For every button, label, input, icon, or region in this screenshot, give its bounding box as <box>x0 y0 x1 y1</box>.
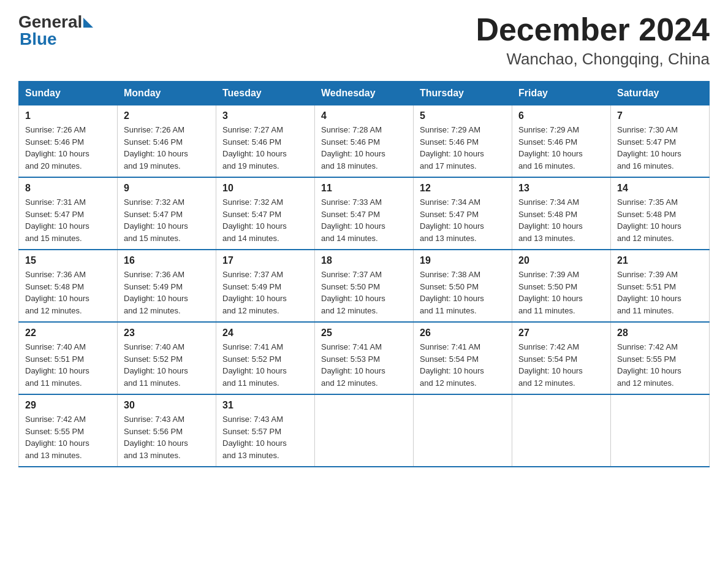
calendar-cell <box>611 394 710 467</box>
day-info: Sunrise: 7:42 AMSunset: 5:55 PMDaylight:… <box>617 341 703 389</box>
day-info: Sunrise: 7:37 AMSunset: 5:50 PMDaylight:… <box>321 269 407 316</box>
calendar-cell <box>315 394 414 467</box>
day-info: Sunrise: 7:40 AMSunset: 5:51 PMDaylight:… <box>25 341 111 389</box>
day-info: Sunrise: 7:29 AMSunset: 5:46 PMDaylight:… <box>420 124 506 172</box>
calendar-cell: 3Sunrise: 7:27 AMSunset: 5:46 PMDaylight… <box>216 105 315 178</box>
day-number: 2 <box>124 110 210 121</box>
day-number: 26 <box>420 327 506 339</box>
day-info: Sunrise: 7:38 AMSunset: 5:50 PMDaylight:… <box>420 269 506 316</box>
day-number: 17 <box>222 255 308 266</box>
calendar-cell: 13Sunrise: 7:34 AMSunset: 5:48 PMDayligh… <box>512 177 611 250</box>
day-number: 24 <box>222 327 308 339</box>
day-info: Sunrise: 7:41 AMSunset: 5:52 PMDaylight:… <box>222 341 308 389</box>
day-number: 19 <box>420 255 506 266</box>
header-thursday: Thursday <box>414 82 512 105</box>
day-number: 27 <box>518 327 604 339</box>
day-number: 12 <box>420 183 506 194</box>
day-info: Sunrise: 7:31 AMSunset: 5:47 PMDaylight:… <box>25 196 111 244</box>
day-info: Sunrise: 7:26 AMSunset: 5:46 PMDaylight:… <box>25 124 111 172</box>
calendar-table: SundayMondayTuesdayWednesdayThursdayFrid… <box>18 81 710 467</box>
week-row-3: 15Sunrise: 7:36 AMSunset: 5:48 PMDayligh… <box>19 250 710 322</box>
page-title: December 2024 <box>476 12 710 47</box>
day-number: 6 <box>518 110 604 121</box>
day-info: Sunrise: 7:35 AMSunset: 5:48 PMDaylight:… <box>617 196 703 244</box>
calendar-cell: 29Sunrise: 7:42 AMSunset: 5:55 PMDayligh… <box>19 394 118 467</box>
calendar-cell: 16Sunrise: 7:36 AMSunset: 5:49 PMDayligh… <box>118 250 216 322</box>
day-info: Sunrise: 7:33 AMSunset: 5:47 PMDaylight:… <box>321 196 407 244</box>
calendar-cell: 15Sunrise: 7:36 AMSunset: 5:48 PMDayligh… <box>19 250 118 322</box>
day-info: Sunrise: 7:42 AMSunset: 5:55 PMDaylight:… <box>25 413 111 461</box>
week-row-5: 29Sunrise: 7:42 AMSunset: 5:55 PMDayligh… <box>19 394 710 467</box>
day-number: 14 <box>617 183 703 194</box>
calendar-cell: 8Sunrise: 7:31 AMSunset: 5:47 PMDaylight… <box>19 177 118 250</box>
calendar-cell: 14Sunrise: 7:35 AMSunset: 5:48 PMDayligh… <box>611 177 710 250</box>
day-info: Sunrise: 7:32 AMSunset: 5:47 PMDaylight:… <box>222 196 308 244</box>
day-number: 29 <box>25 400 111 411</box>
day-number: 7 <box>617 110 703 121</box>
day-info: Sunrise: 7:39 AMSunset: 5:51 PMDaylight:… <box>617 269 703 316</box>
calendar-cell: 6Sunrise: 7:29 AMSunset: 5:46 PMDaylight… <box>512 105 611 178</box>
day-number: 8 <box>25 183 111 194</box>
day-number: 25 <box>321 327 407 339</box>
day-number: 11 <box>321 183 407 194</box>
day-number: 18 <box>321 255 407 266</box>
day-number: 13 <box>518 183 604 194</box>
title-section: December 2024 Wanchao, Chongqing, China <box>476 12 710 69</box>
day-number: 30 <box>124 400 210 411</box>
calendar-cell: 9Sunrise: 7:32 AMSunset: 5:47 PMDaylight… <box>118 177 216 250</box>
calendar-cell: 21Sunrise: 7:39 AMSunset: 5:51 PMDayligh… <box>611 250 710 322</box>
day-info: Sunrise: 7:34 AMSunset: 5:47 PMDaylight:… <box>420 196 506 244</box>
day-info: Sunrise: 7:32 AMSunset: 5:47 PMDaylight:… <box>124 196 210 244</box>
header-friday: Friday <box>512 82 611 105</box>
calendar-cell: 31Sunrise: 7:43 AMSunset: 5:57 PMDayligh… <box>216 394 315 467</box>
page-subtitle: Wanchao, Chongqing, China <box>476 50 710 69</box>
week-row-1: 1Sunrise: 7:26 AMSunset: 5:46 PMDaylight… <box>19 105 710 178</box>
calendar-cell: 22Sunrise: 7:40 AMSunset: 5:51 PMDayligh… <box>19 322 118 394</box>
calendar-cell: 17Sunrise: 7:37 AMSunset: 5:49 PMDayligh… <box>216 250 315 322</box>
day-info: Sunrise: 7:43 AMSunset: 5:57 PMDaylight:… <box>222 413 308 461</box>
day-info: Sunrise: 7:41 AMSunset: 5:53 PMDaylight:… <box>321 341 407 389</box>
week-row-2: 8Sunrise: 7:31 AMSunset: 5:47 PMDaylight… <box>19 177 710 250</box>
header-saturday: Saturday <box>611 82 710 105</box>
day-number: 28 <box>617 327 703 339</box>
day-info: Sunrise: 7:34 AMSunset: 5:48 PMDaylight:… <box>518 196 604 244</box>
header-tuesday: Tuesday <box>216 82 315 105</box>
calendar-header-row: SundayMondayTuesdayWednesdayThursdayFrid… <box>19 82 710 105</box>
day-info: Sunrise: 7:36 AMSunset: 5:48 PMDaylight:… <box>25 269 111 316</box>
day-number: 21 <box>617 255 703 266</box>
calendar-cell: 20Sunrise: 7:39 AMSunset: 5:50 PMDayligh… <box>512 250 611 322</box>
day-number: 3 <box>222 110 308 121</box>
header-wednesday: Wednesday <box>315 82 414 105</box>
day-number: 23 <box>124 327 210 339</box>
logo-blue-text: Blue <box>20 29 57 49</box>
calendar-cell: 1Sunrise: 7:26 AMSunset: 5:46 PMDaylight… <box>19 105 118 178</box>
week-row-4: 22Sunrise: 7:40 AMSunset: 5:51 PMDayligh… <box>19 322 710 394</box>
day-number: 1 <box>25 110 111 121</box>
day-info: Sunrise: 7:26 AMSunset: 5:46 PMDaylight:… <box>124 124 210 172</box>
calendar-cell: 12Sunrise: 7:34 AMSunset: 5:47 PMDayligh… <box>414 177 512 250</box>
calendar-cell <box>414 394 512 467</box>
page-header: General Blue December 2024 Wanchao, Chon… <box>18 12 710 69</box>
calendar-cell: 25Sunrise: 7:41 AMSunset: 5:53 PMDayligh… <box>315 322 414 394</box>
day-number: 5 <box>420 110 506 121</box>
calendar-cell: 26Sunrise: 7:41 AMSunset: 5:54 PMDayligh… <box>414 322 512 394</box>
calendar-cell: 10Sunrise: 7:32 AMSunset: 5:47 PMDayligh… <box>216 177 315 250</box>
day-number: 4 <box>321 110 407 121</box>
logo-triangle-icon <box>83 18 93 28</box>
day-info: Sunrise: 7:42 AMSunset: 5:54 PMDaylight:… <box>518 341 604 389</box>
header-monday: Monday <box>118 82 216 105</box>
calendar-cell: 23Sunrise: 7:40 AMSunset: 5:52 PMDayligh… <box>118 322 216 394</box>
calendar-cell: 27Sunrise: 7:42 AMSunset: 5:54 PMDayligh… <box>512 322 611 394</box>
calendar-cell: 5Sunrise: 7:29 AMSunset: 5:46 PMDaylight… <box>414 105 512 178</box>
calendar-cell: 4Sunrise: 7:28 AMSunset: 5:46 PMDaylight… <box>315 105 414 178</box>
day-info: Sunrise: 7:27 AMSunset: 5:46 PMDaylight:… <box>222 124 308 172</box>
calendar-cell: 7Sunrise: 7:30 AMSunset: 5:47 PMDaylight… <box>611 105 710 178</box>
day-number: 10 <box>222 183 308 194</box>
day-info: Sunrise: 7:40 AMSunset: 5:52 PMDaylight:… <box>124 341 210 389</box>
day-number: 9 <box>124 183 210 194</box>
calendar-cell: 19Sunrise: 7:38 AMSunset: 5:50 PMDayligh… <box>414 250 512 322</box>
calendar-cell <box>512 394 611 467</box>
day-number: 16 <box>124 255 210 266</box>
calendar-cell: 11Sunrise: 7:33 AMSunset: 5:47 PMDayligh… <box>315 177 414 250</box>
day-info: Sunrise: 7:29 AMSunset: 5:46 PMDaylight:… <box>518 124 604 172</box>
